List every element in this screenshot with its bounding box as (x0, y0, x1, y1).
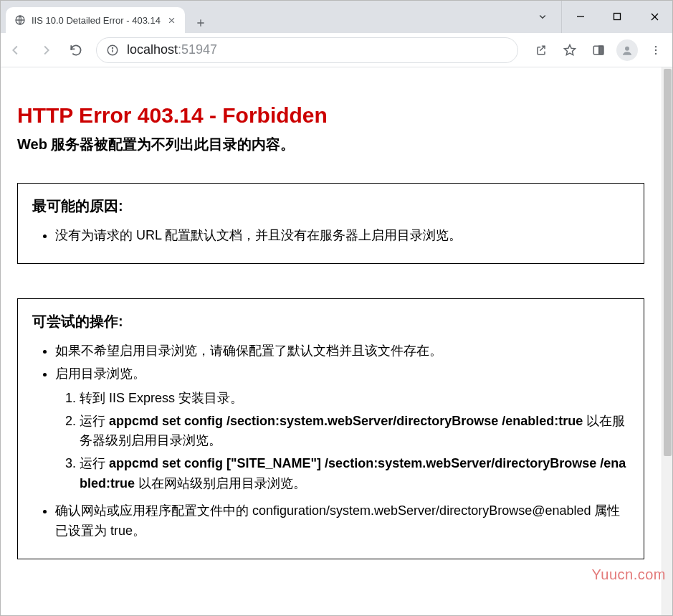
causes-section: 最可能的原因: 没有为请求的 URL 配置默认文档，并且没有在服务器上启用目录浏… (17, 183, 644, 264)
url-text: localhost:51947 (127, 42, 217, 57)
svg-point-5 (113, 47, 113, 48)
page-viewport: HTTP Error 403.14 - Forbidden Web 服务器被配置… (0, 67, 662, 616)
toolbar-actions (528, 37, 669, 63)
window-controls (524, 0, 673, 33)
url-port: :51947 (178, 42, 217, 57)
avatar-icon (616, 39, 638, 61)
bookmark-icon[interactable] (557, 37, 583, 63)
tab-title: IIS 10.0 Detailed Error - 403.14 (32, 15, 161, 26)
globe-icon (14, 14, 26, 26)
address-bar[interactable]: localhost:51947 (96, 37, 518, 63)
site-info-icon[interactable] (104, 42, 121, 59)
profile-button[interactable] (614, 37, 640, 63)
browser-tab[interactable]: IIS 10.0 Detailed Error - 403.14 (6, 7, 185, 33)
svg-point-9 (625, 46, 629, 50)
back-button[interactable] (1, 36, 30, 65)
svg-point-10 (655, 45, 657, 47)
action-item: 启用目录浏览。 转到 IIS Express 安装目录。 运行 appcmd s… (55, 364, 629, 494)
minimize-button[interactable] (561, 0, 598, 33)
action-item: 确认网站或应用程序配置文件中的 configuration/system.web… (55, 501, 629, 541)
actions-title: 可尝试的操作: (32, 312, 629, 331)
error-subheading: Web 服务器被配置为不列出此目录的内容。 (17, 135, 644, 154)
side-panel-icon[interactable] (586, 37, 611, 63)
new-tab-button[interactable] (191, 13, 211, 33)
causes-title: 最可能的原因: (32, 196, 629, 216)
command-text: appcmd set config /section:system.webSer… (109, 414, 583, 428)
window-close-button[interactable] (636, 0, 673, 33)
action-step: 运行 appcmd set config ["SITE_NAME"] /sect… (80, 454, 629, 494)
action-step: 运行 appcmd set config /section:system.web… (80, 412, 629, 452)
svg-rect-2 (614, 14, 621, 20)
share-icon[interactable] (528, 37, 554, 63)
browser-toolbar: localhost:51947 (0, 33, 673, 67)
forward-button[interactable] (32, 36, 60, 65)
tab-search-button[interactable] (524, 0, 561, 33)
tab-strip: IIS 10.0 Detailed Error - 403.14 (0, 0, 673, 33)
action-step: 转到 IIS Express 安装目录。 (80, 389, 629, 409)
url-host: localhost (127, 42, 178, 57)
kebab-menu-icon[interactable] (643, 37, 669, 63)
scrollbar-thumb[interactable] (664, 69, 672, 456)
action-item: 如果不希望启用目录浏览，请确保配置了默认文档并且该文件存在。 (55, 341, 629, 361)
actions-section: 可尝试的操作: 如果不希望启用目录浏览，请确保配置了默认文档并且该文件存在。 启… (17, 298, 644, 559)
action-item-label: 启用目录浏览。 (55, 366, 145, 381)
svg-point-11 (655, 49, 657, 50)
maximize-button[interactable] (598, 0, 636, 33)
scrollbar-track[interactable] (662, 67, 673, 616)
svg-rect-8 (599, 46, 603, 55)
svg-point-12 (655, 52, 657, 54)
reload-button[interactable] (62, 36, 90, 65)
error-page: HTTP Error 403.14 - Forbidden Web 服务器被配置… (0, 67, 662, 601)
error-heading: HTTP Error 403.14 - Forbidden (17, 103, 644, 128)
close-icon[interactable] (166, 14, 178, 26)
cause-item: 没有为请求的 URL 配置默认文档，并且没有在服务器上启用目录浏览。 (55, 226, 629, 246)
